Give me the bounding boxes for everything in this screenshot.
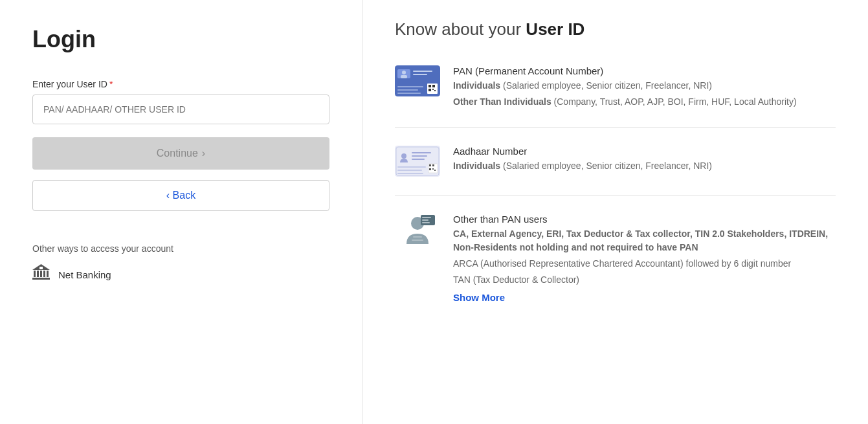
right-heading: Know about your User ID [395, 19, 836, 39]
other-desc1: ARCA (Authorised Representative Chartere… [453, 257, 836, 271]
user-id-input[interactable] [32, 95, 329, 124]
svg-rect-32 [429, 168, 431, 170]
svg-rect-43 [413, 236, 422, 238]
svg-rect-3 [43, 271, 45, 277]
pan-title: PAN (Permanent Account Number) [453, 65, 836, 76]
svg-rect-21 [397, 89, 418, 91]
svg-rect-17 [428, 89, 431, 91]
svg-rect-31 [432, 164, 434, 166]
svg-rect-33 [432, 168, 434, 170]
show-more-link[interactable]: Show More [453, 292, 505, 303]
svg-rect-22 [397, 93, 421, 94]
aadhaar-title: Aadhaar Number [453, 146, 836, 157]
other-desc2: TAN (Tax Deductor & Collector) [453, 273, 836, 287]
svg-rect-2 [40, 271, 42, 277]
other-line1: CA, External Agency, ERI, Tax Deductor &… [453, 227, 836, 254]
svg-rect-44 [412, 240, 423, 241]
svg-rect-16 [432, 85, 435, 87]
svg-rect-36 [397, 170, 422, 171]
svg-rect-13 [413, 74, 427, 75]
left-panel: Login Enter your User ID* Continue › ‹ B… [0, 0, 362, 424]
bank-icon [32, 264, 50, 285]
net-banking-label: Net Banking [58, 269, 111, 280]
other-ways-title: Other ways to access your account [32, 243, 329, 254]
svg-rect-26 [412, 152, 431, 153]
required-indicator: * [109, 79, 113, 89]
svg-rect-40 [422, 217, 431, 218]
other-ways-section: Other ways to access your account Net Ba… [32, 243, 329, 285]
user-id-label: Enter your User ID* [32, 79, 329, 89]
svg-rect-5 [32, 278, 50, 280]
pan-info-content: PAN (Permanent Account Number) Individua… [453, 65, 836, 109]
right-panel: Know about your User ID [362, 0, 868, 424]
svg-rect-12 [413, 71, 432, 72]
svg-rect-27 [412, 155, 427, 157]
svg-rect-11 [401, 75, 407, 78]
svg-rect-20 [397, 86, 423, 87]
svg-rect-19 [434, 90, 436, 91]
aadhaar-info-item: Aadhaar Number Individuals (Salaried emp… [395, 146, 836, 195]
svg-rect-37 [397, 173, 423, 174]
pan-card-icon [395, 65, 440, 96]
svg-rect-7 [39, 267, 43, 269]
page-title: Login [32, 26, 329, 53]
pan-line1: Individuals (Salaried employee, Senior c… [453, 79, 836, 93]
other-user-icon [395, 214, 440, 245]
svg-rect-15 [428, 85, 431, 87]
back-button[interactable]: ‹ Back [32, 180, 329, 211]
svg-rect-0 [34, 271, 36, 277]
pan-info-item: PAN (Permanent Account Number) Individua… [395, 65, 836, 128]
svg-rect-41 [422, 219, 428, 221]
other-info-item: Other than PAN users CA, External Agency… [395, 214, 836, 322]
svg-rect-42 [422, 222, 430, 223]
aadhaar-info-content: Aadhaar Number Individuals (Salaried emp… [453, 146, 836, 173]
aadhaar-line1: Individuals (Salaried employee, Senior c… [453, 159, 836, 173]
svg-rect-35 [397, 166, 426, 168]
user-id-field-group: Enter your User ID* [32, 79, 329, 137]
other-info-content: Other than PAN users CA, External Agency… [453, 214, 836, 304]
other-title: Other than PAN users [453, 214, 836, 225]
svg-rect-4 [47, 271, 49, 277]
svg-rect-1 [37, 271, 39, 277]
svg-rect-28 [412, 159, 425, 160]
svg-point-25 [401, 153, 406, 159]
continue-button[interactable]: Continue › [32, 137, 329, 170]
pan-line2: Other Than Individuals (Company, Trust, … [453, 95, 836, 109]
svg-rect-18 [432, 89, 434, 90]
svg-point-10 [402, 71, 406, 74]
aadhaar-card-icon [395, 146, 440, 177]
net-banking-item[interactable]: Net Banking [32, 264, 329, 285]
svg-rect-30 [429, 164, 431, 166]
svg-rect-34 [434, 170, 436, 171]
